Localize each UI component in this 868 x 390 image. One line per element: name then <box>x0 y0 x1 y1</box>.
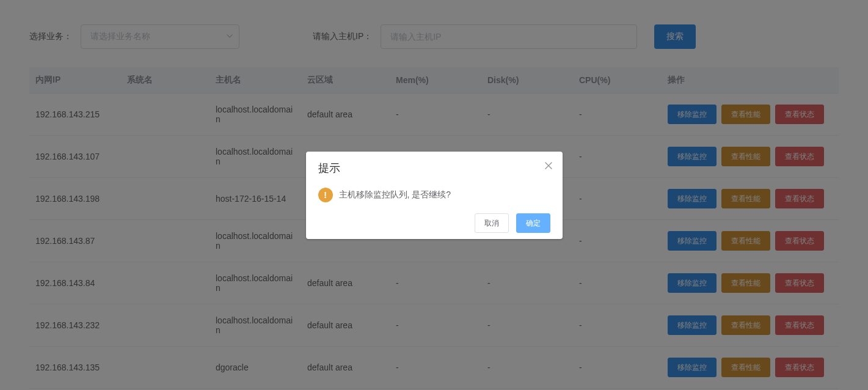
modal-overlay[interactable]: 提示 ! 主机移除监控队列, 是否继续? 取消 确定 <box>0 0 868 390</box>
confirm-dialog: 提示 ! 主机移除监控队列, 是否继续? 取消 确定 <box>306 152 563 239</box>
warning-icon: ! <box>318 188 333 202</box>
close-icon[interactable] <box>544 161 553 172</box>
confirm-button[interactable]: 确定 <box>516 213 550 233</box>
dialog-message: 主机移除监控队列, 是否继续? <box>339 189 451 201</box>
cancel-button[interactable]: 取消 <box>475 213 509 233</box>
dialog-title: 提示 <box>318 161 550 175</box>
